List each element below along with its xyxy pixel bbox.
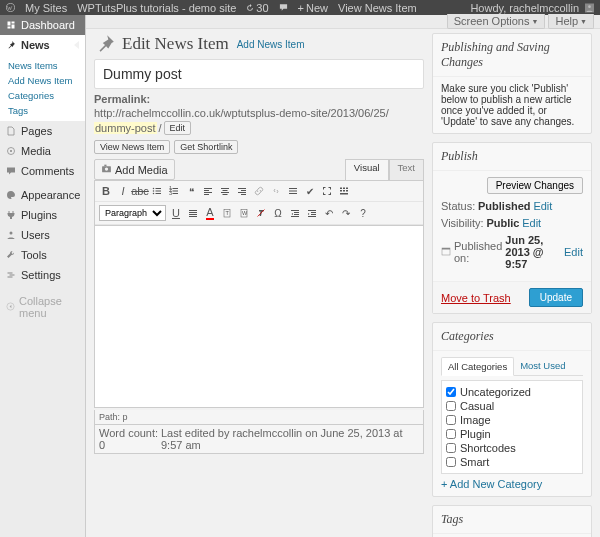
permalink-base: http://rachelmccollin.co.uk/wptutsplus-d… (94, 107, 389, 119)
comments-icon[interactable] (279, 3, 288, 12)
svg-rect-19 (173, 191, 179, 192)
redo-button[interactable]: ↷ (339, 206, 353, 220)
align-justify-button[interactable] (186, 206, 200, 220)
svg-rect-23 (204, 190, 209, 191)
visibility-edit[interactable]: Edit (522, 217, 541, 229)
menu-comments[interactable]: Comments (0, 161, 85, 181)
svg-rect-30 (238, 188, 246, 189)
add-category[interactable]: + Add New Category (441, 478, 542, 490)
remove-format-button[interactable] (254, 206, 268, 220)
fullscreen-button[interactable] (320, 184, 334, 198)
category-checkbox[interactable] (446, 415, 456, 425)
menu-news[interactable]: News (0, 35, 85, 55)
indent-button[interactable] (305, 206, 319, 220)
editor-tab-visual[interactable]: Visual (345, 159, 389, 180)
menu-pages[interactable]: Pages (0, 121, 85, 141)
category-checkbox[interactable] (446, 429, 456, 439)
italic-button[interactable]: I (116, 184, 130, 198)
spellcheck-button[interactable]: ✔ (303, 184, 317, 198)
align-left-button[interactable] (201, 184, 215, 198)
align-center-button[interactable] (218, 184, 232, 198)
paste-text-button[interactable]: T (220, 206, 234, 220)
submenu-add-news[interactable]: Add News Item (0, 73, 85, 88)
category-checkbox[interactable] (446, 457, 456, 467)
view-item-button[interactable]: View News Item (94, 140, 170, 154)
align-right-button[interactable] (235, 184, 249, 198)
header-add-new[interactable]: Add News Item (237, 39, 305, 50)
menu-tools[interactable]: Tools (0, 245, 85, 265)
wordpress-logo-icon[interactable] (6, 3, 15, 12)
post-title-input[interactable] (94, 59, 424, 89)
unlink-button[interactable] (269, 184, 283, 198)
strike-button[interactable]: abc (133, 184, 147, 198)
get-shortlink-button[interactable]: Get Shortlink (174, 140, 238, 154)
menu-media[interactable]: Media (0, 141, 85, 161)
category-checkbox[interactable] (446, 443, 456, 453)
svg-rect-36 (289, 193, 297, 194)
chevron-down-icon: ▼ (580, 18, 587, 25)
svg-rect-54 (294, 212, 299, 213)
preview-button[interactable]: Preview Changes (487, 177, 583, 194)
svg-point-2 (588, 5, 591, 8)
svg-rect-11 (156, 188, 162, 189)
topbar-view[interactable]: View News Item (338, 2, 417, 14)
category-checkbox[interactable] (446, 387, 456, 397)
help-button[interactable]: ? (356, 206, 370, 220)
help-tab[interactable]: Help ▼ (548, 14, 594, 29)
charmap-button[interactable]: Ω (271, 206, 285, 220)
paste-word-button[interactable]: W (237, 206, 251, 220)
topbar-howdy[interactable]: Howdy, rachelmccollin (470, 2, 579, 14)
bold-button[interactable]: B (99, 184, 113, 198)
avatar[interactable] (585, 3, 594, 12)
svg-rect-43 (340, 193, 348, 195)
screen-options-tab[interactable]: Screen Options ▼ (447, 14, 546, 29)
svg-text:T: T (226, 210, 230, 216)
category-item[interactable]: Uncategorized (446, 385, 578, 399)
topbar-updates[interactable]: 30 (246, 2, 268, 14)
appearance-icon (6, 190, 16, 200)
underline-button[interactable]: U (169, 206, 183, 220)
cat-tab-mostused[interactable]: Most Used (514, 357, 571, 375)
status-edit[interactable]: Edit (533, 200, 552, 212)
blockquote-button[interactable]: ❝ (184, 184, 198, 198)
collapse-menu[interactable]: Collapse menu (0, 289, 85, 325)
add-media-button[interactable]: Add Media (94, 159, 175, 180)
category-checkbox[interactable] (446, 401, 456, 411)
content-editor[interactable] (94, 226, 424, 408)
ol-button[interactable]: 123 (167, 184, 181, 198)
more-button[interactable] (286, 184, 300, 198)
link-button[interactable] (252, 184, 266, 198)
category-item[interactable]: Shortcodes (446, 441, 578, 455)
menu-users[interactable]: Users (0, 225, 85, 245)
submenu-categories[interactable]: Categories (0, 88, 85, 103)
pubdate-edit[interactable]: Edit (564, 246, 583, 258)
topbar-sitename[interactable]: WPTutsPlus tutorials - demo site (77, 2, 236, 14)
outdent-button[interactable] (288, 206, 302, 220)
textcolor-button[interactable]: A (203, 206, 217, 220)
menu-dashboard[interactable]: Dashboard (0, 15, 85, 35)
menu-plugins[interactable]: Plugins (0, 205, 85, 225)
svg-rect-57 (308, 210, 316, 211)
menu-settings[interactable]: Settings (0, 265, 85, 285)
topbar-new[interactable]: + New (298, 2, 328, 14)
move-to-trash[interactable]: Move to Trash (441, 292, 511, 304)
submenu-tags[interactable]: Tags (0, 103, 85, 118)
svg-rect-9 (104, 165, 106, 167)
format-select[interactable]: Paragraph (99, 205, 166, 221)
menu-appearance[interactable]: Appearance (0, 185, 85, 205)
editor-tab-text[interactable]: Text (389, 159, 424, 180)
svg-rect-60 (308, 216, 316, 217)
category-item[interactable]: Casual (446, 399, 578, 413)
ul-button[interactable] (150, 184, 164, 198)
submenu-news-items[interactable]: News Items (0, 58, 85, 73)
category-item[interactable]: Smart (446, 455, 578, 469)
svg-rect-38 (343, 188, 345, 190)
undo-button[interactable]: ↶ (322, 206, 336, 220)
update-button[interactable]: Update (529, 288, 583, 307)
kitchensink-button[interactable] (337, 184, 351, 198)
category-item[interactable]: Image (446, 413, 578, 427)
topbar-mysites[interactable]: My Sites (25, 2, 67, 14)
permalink-edit-button[interactable]: Edit (164, 121, 192, 135)
category-item[interactable]: Plugin (446, 427, 578, 441)
cat-tab-all[interactable]: All Categories (441, 357, 514, 376)
